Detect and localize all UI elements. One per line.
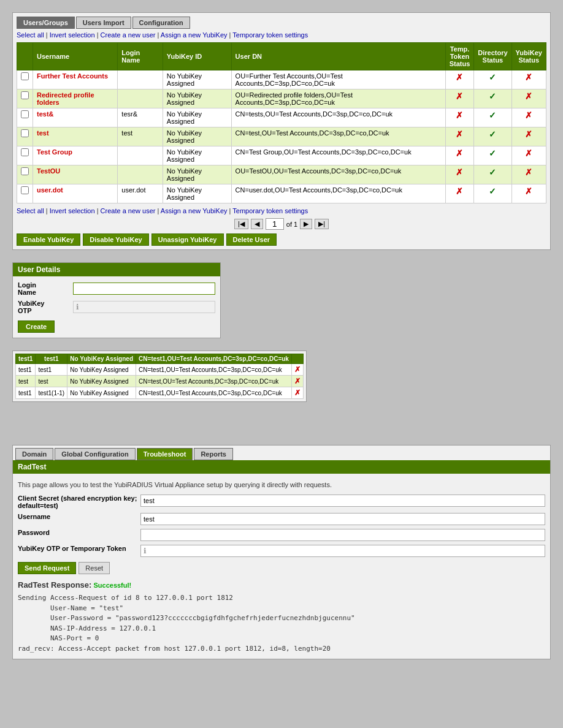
small-table-row: test1 test1 No YubiKey Assigned CN=test1… (16, 364, 304, 376)
temp-token-settings-link-bottom[interactable]: Temporary token settings (232, 207, 308, 214)
login-name (118, 146, 163, 165)
temp-token-settings-link-top[interactable]: Temporary token settings (232, 31, 308, 39)
create-button[interactable]: Create (18, 320, 55, 333)
yubikey-id: No YubiKey Assigned (163, 184, 231, 203)
pagination-page-input[interactable] (266, 218, 284, 230)
small-cell: test1 (16, 364, 36, 376)
dir-status-check: ✓ (489, 186, 496, 196)
table-row: Further Test Accounts No YubiKey Assigne… (17, 70, 546, 89)
username-link[interactable]: user.dot (37, 186, 63, 194)
small-cell: No YubiKey Assigned (67, 364, 136, 376)
tab-users-import[interactable]: Users Import (76, 17, 131, 29)
tab-configuration[interactable]: Configuration (132, 17, 190, 29)
yk-status-x: ✗ (525, 186, 532, 196)
table-row: test test No YubiKey Assigned CN=test,OU… (17, 127, 546, 146)
login-name: test (118, 127, 163, 146)
yubikey-id: No YubiKey Assigned (163, 70, 231, 89)
disable-yubikey-button[interactable]: Disable YubiKey (83, 233, 148, 246)
delete-user-button[interactable]: Delete User (226, 233, 277, 246)
client-secret-row: Client Secret (shared encryption key;def… (18, 495, 545, 509)
login-name: user.dot (118, 184, 163, 203)
login-name-row: LoginName (18, 281, 215, 296)
username-link[interactable]: TestOU (37, 167, 60, 175)
small-cell: test1(1-1) (36, 387, 67, 399)
row-checkbox[interactable] (21, 72, 29, 80)
temp-status-x: ✗ (456, 72, 463, 82)
create-new-user-link-bottom[interactable]: Create a new user (101, 207, 156, 214)
assign-yubikey-link-bottom[interactable]: Assign a new YubiKey (161, 207, 228, 214)
enable-yubikey-button[interactable]: Enable YubiKey (17, 233, 80, 246)
col-temp-token: Temp.TokenStatus (445, 43, 474, 70)
login-name-input[interactable] (73, 282, 215, 295)
username-link[interactable]: Test Group (37, 148, 72, 156)
select-all-link-bottom[interactable]: Select all (17, 207, 44, 214)
table-row: Redirected profile folders No YubiKey As… (17, 89, 546, 108)
tab-global-config[interactable]: Global Configuration (55, 448, 135, 460)
small-table-row: test1 test1(1-1) No YubiKey Assigned CN=… (16, 387, 304, 399)
username-input[interactable] (140, 513, 545, 525)
radtest-title: RadTest (13, 460, 550, 474)
user-dn: OU=Further Test Accounts,OU=Test Account… (231, 70, 445, 89)
row-checkbox[interactable] (21, 91, 29, 99)
pagination: |◀ ◀ of 1 ▶ ▶| (17, 218, 546, 230)
pagination-last[interactable]: ▶| (315, 219, 329, 229)
info-icon: ℹ (76, 303, 79, 311)
tab-reports[interactable]: Reports (194, 448, 233, 460)
yubikey-id: No YubiKey Assigned (163, 146, 231, 165)
yk-status-x: ✗ (525, 148, 532, 158)
col-user-dn: User DN (231, 43, 445, 70)
password-input[interactable] (140, 529, 545, 541)
row-checkbox[interactable] (21, 148, 29, 156)
row-checkbox[interactable] (21, 167, 29, 175)
col-yubikey-id: YubiKey ID (163, 43, 231, 70)
tab-troubleshoot[interactable]: Troubleshoot (137, 448, 193, 460)
radtest-panel: Domain Global Configuration Troubleshoot… (12, 445, 551, 659)
create-new-user-link-top[interactable]: Create a new user (101, 31, 156, 39)
otp-label: YubiKey OTP or Temporary Token (18, 545, 140, 552)
temp-status-x: ✗ (456, 110, 463, 120)
pagination-first[interactable]: |◀ (234, 219, 248, 229)
small-col-5 (291, 354, 303, 364)
password-row: Password (18, 529, 545, 541)
reset-button[interactable]: Reset (79, 562, 110, 574)
col-username: Username (33, 43, 118, 70)
temp-status-x: ✗ (456, 129, 463, 139)
small-x-icon: ✗ (294, 365, 301, 374)
client-secret-input[interactable] (140, 495, 545, 507)
yubikey-id: No YubiKey Assigned (163, 127, 231, 146)
invert-selection-link-bottom[interactable]: Invert selection (50, 207, 95, 214)
small-table: test1 test1 No YubiKey Assigned CN=test1… (15, 354, 304, 399)
unassign-yubikey-button[interactable]: Unassign YubiKey (151, 233, 224, 246)
yubikey-id: No YubiKey Assigned (163, 108, 231, 127)
temp-status-x: ✗ (456, 167, 463, 177)
yubikey-otp-field: ℹ (73, 301, 215, 313)
dir-status-check: ✓ (489, 148, 496, 158)
tab-domain[interactable]: Domain (15, 448, 53, 460)
row-checkbox[interactable] (21, 186, 29, 194)
username-link[interactable]: test (37, 129, 49, 137)
send-request-button[interactable]: Send Request (18, 562, 76, 574)
col-directory: DirectoryStatus (474, 43, 511, 70)
yk-status-x: ✗ (525, 110, 532, 120)
assign-yubikey-link-top[interactable]: Assign a new YubiKey (161, 31, 228, 39)
username-link[interactable]: Further Test Accounts (37, 72, 108, 80)
row-checkbox[interactable] (21, 110, 29, 118)
temp-status-x: ✗ (456, 91, 463, 101)
username-link[interactable]: test& (37, 110, 54, 118)
username-label: Username (18, 513, 140, 520)
radtest-log: Sending Access-Request of id 8 to 127.0.… (18, 593, 545, 654)
username-link[interactable]: Redirected profile folders (37, 91, 94, 106)
pagination-prev[interactable]: ◀ (251, 219, 263, 229)
tab-users-groups[interactable]: Users/Groups (17, 17, 75, 29)
action-links-bottom: Select all | Invert selection | Create a… (17, 207, 546, 214)
dir-status-check: ✓ (489, 91, 496, 101)
small-cell: CN=test1,OU=Test Accounts,DC=3sp,DC=co,D… (136, 364, 292, 376)
small-x-icon: ✗ (294, 389, 301, 397)
col-login: Login Name (118, 43, 163, 70)
select-all-link-top[interactable]: Select all (17, 31, 44, 39)
pagination-next[interactable]: ▶ (300, 219, 312, 229)
user-details-body: LoginName YubiKeyOTP ℹ Create (13, 276, 220, 338)
row-checkbox[interactable] (21, 129, 29, 137)
invert-selection-link-top[interactable]: Invert selection (50, 31, 95, 39)
table-row: TestOU No YubiKey Assigned OU=TestOU,OU=… (17, 165, 546, 184)
